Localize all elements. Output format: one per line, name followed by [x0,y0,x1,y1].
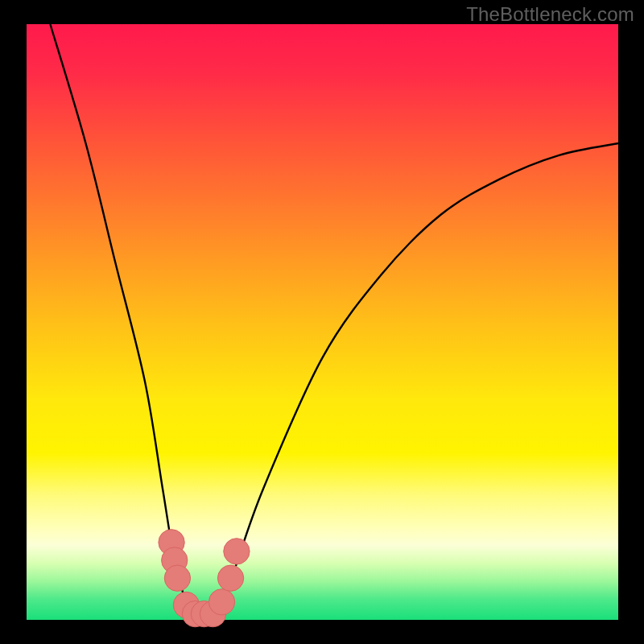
bottleneck-chart [0,0,644,644]
curve-marker [208,589,234,615]
watermark-text: TheBottleneck.com [466,3,634,26]
chart-frame: TheBottleneck.com [0,0,644,644]
plot-background [27,24,618,620]
curve-marker [164,565,190,591]
curve-marker [217,565,243,591]
curve-marker [224,539,250,564]
